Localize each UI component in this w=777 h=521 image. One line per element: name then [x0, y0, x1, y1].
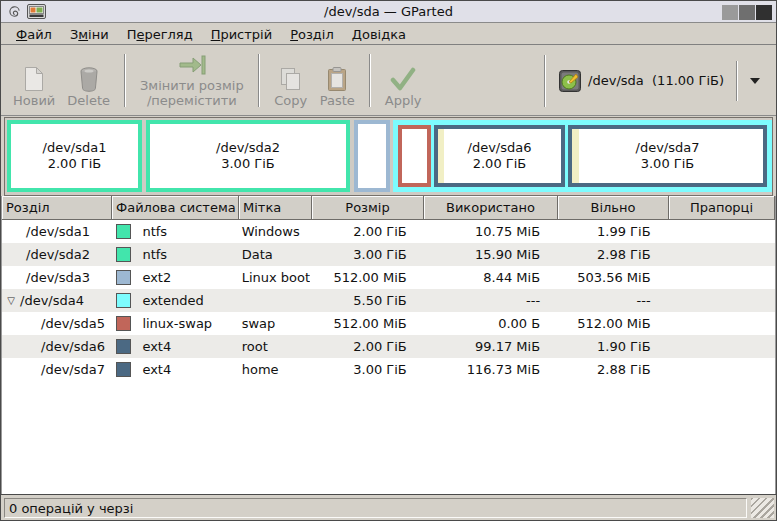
cell-label: root: [238, 335, 311, 358]
toolbar-separator: [258, 54, 260, 107]
cell-used: 0.00 Б: [422, 312, 555, 335]
cell-free: 1.90 ГіБ: [555, 335, 665, 358]
cell-size: 3.00 ГіБ: [310, 358, 421, 381]
filesystem-color-swatch: [116, 362, 131, 377]
menu-help[interactable]: Довідка: [343, 25, 415, 44]
cell-size: 5.50 ГіБ: [310, 289, 421, 312]
partition-block-label: /dev/sda12.00 ГіБ: [11, 124, 138, 188]
device-combo-value: /dev/sda (11.00 ГіБ): [588, 73, 724, 88]
cell-filesystem: ext4: [111, 335, 237, 358]
partition-block-/dev/sda2[interactable]: /dev/sda23.00 ГіБ: [146, 120, 350, 192]
filesystem-name: ntfs: [142, 247, 167, 262]
close-button[interactable]: [756, 5, 772, 20]
partition-block-label: /dev/sda73.00 ГіБ: [572, 129, 763, 183]
cell-partition: /dev/sda1: [2, 220, 111, 243]
menu-bar: Файл Зміни Перегляд Пристрій Розділ Дові…: [1, 24, 776, 45]
menu-edit[interactable]: Зміни: [61, 25, 118, 44]
cell-used: ---: [422, 289, 555, 312]
menu-partition[interactable]: Розділ: [281, 25, 343, 44]
filesystem-name: ext4: [142, 339, 171, 354]
cell-free: 1.99 ГіБ: [555, 220, 665, 243]
title-bar: /dev/sda — GParted: [1, 1, 776, 23]
gparted-window: /dev/sda — GParted Файл Зміни: [0, 0, 777, 521]
pending-operations-status: 0 операцій у черзі: [4, 498, 747, 518]
cell-used: 8.44 МіБ: [422, 266, 555, 289]
cell-filesystem: ntfs: [111, 243, 237, 266]
header-size[interactable]: Розмір: [312, 196, 424, 220]
minimize-button[interactable]: [722, 5, 738, 20]
toolbar: Новий Delete Змінити розмір/перемістити …: [1, 46, 776, 116]
menu-device[interactable]: Пристрій: [202, 25, 282, 44]
cell-partition: /dev/sda5: [2, 312, 111, 335]
resize-grip[interactable]: [751, 498, 774, 518]
new-partition-button[interactable]: Новий: [7, 46, 61, 115]
cell-free: 2.98 ГіБ: [555, 243, 665, 266]
cell-flags: [666, 312, 775, 335]
table-row-/dev/sda3[interactable]: /dev/sda3ext2Linux boot512.00 МіБ8.44 Мі…: [2, 266, 775, 289]
device-name: /dev/sda1: [2, 224, 90, 239]
cell-label: home: [238, 358, 311, 381]
header-label[interactable]: Мітка: [239, 196, 312, 220]
table-row-/dev/sda6[interactable]: /dev/sda6ext4root2.00 ГіБ99.17 МіБ1.90 Г…: [2, 335, 775, 358]
disk-visual-bar: /dev/sda12.00 ГіБ/dev/sda23.00 ГіБ/dev/s…: [4, 117, 773, 196]
partition-block-/dev/sda4[interactable]: /dev/sda62.00 ГіБ/dev/sda73.00 ГіБ: [393, 120, 772, 192]
cell-flags: [666, 266, 775, 289]
filesystem-color-swatch: [116, 316, 131, 331]
cell-flags: [666, 358, 775, 381]
cell-flags: [666, 243, 775, 266]
resize-move-button[interactable]: Змінити розмір/перемістити: [134, 46, 250, 115]
filesystem-color-swatch: [116, 247, 131, 262]
partition-block-label: /dev/sda23.00 ГіБ: [150, 124, 346, 188]
table-row-/dev/sda4[interactable]: ▽/dev/sda4extended5.50 ГіБ------: [2, 289, 775, 312]
filesystem-color-swatch: [116, 293, 131, 308]
table-row-/dev/sda5[interactable]: /dev/sda5linux-swapswap512.00 МіБ0.00 Б5…: [2, 312, 775, 335]
paste-partition-button[interactable]: Paste: [314, 46, 361, 115]
header-partition[interactable]: Розділ: [2, 196, 112, 220]
partition-block-/dev/sda3[interactable]: [354, 120, 390, 192]
hard-disk-icon: [558, 69, 582, 93]
expander-triangle-icon[interactable]: ▽: [2, 295, 20, 306]
status-bar: 0 операцій у черзі: [1, 494, 776, 520]
filesystem-name: ext2: [142, 270, 171, 285]
device-name: /dev/sda4: [20, 293, 84, 308]
partition-block-/dev/sda1[interactable]: /dev/sda12.00 ГіБ: [7, 120, 142, 192]
device-name: /dev/sda7: [2, 362, 105, 377]
table-row-/dev/sda2[interactable]: /dev/sda2ntfsData3.00 ГіБ15.90 МіБ2.98 Г…: [2, 243, 775, 266]
table-row-/dev/sda1[interactable]: /dev/sda1ntfsWindows2.00 ГіБ10.75 МіБ1.9…: [2, 220, 775, 243]
table-row-/dev/sda7[interactable]: /dev/sda7ext4home3.00 ГіБ116.73 МіБ2.88 …: [2, 358, 775, 381]
partition-table: Розділ Файлова система Мітка Розмір Вико…: [1, 196, 776, 494]
header-filesystem[interactable]: Файлова система: [112, 196, 239, 220]
header-free[interactable]: Вільно: [558, 196, 669, 220]
cell-filesystem: ext4: [111, 358, 237, 381]
new-document-icon: [22, 64, 46, 94]
copy-partition-button[interactable]: Copy: [268, 46, 314, 115]
cell-used: 116.73 МіБ: [422, 358, 555, 381]
menu-file[interactable]: Файл: [7, 25, 61, 44]
device-combo[interactable]: /dev/sda (11.00 ГіБ): [544, 46, 776, 115]
filesystem-name: extended: [142, 293, 203, 308]
maximize-button[interactable]: [739, 5, 755, 20]
partition-block-/dev/sda6[interactable]: /dev/sda62.00 ГіБ: [434, 125, 565, 187]
cell-label: Data: [238, 243, 311, 266]
device-name: /dev/sda6: [2, 339, 105, 354]
cell-label: Linux boot: [238, 266, 311, 289]
device-name: /dev/sda5: [2, 316, 105, 331]
partition-block-/dev/sda5[interactable]: [398, 125, 431, 187]
partition-block-/dev/sda7[interactable]: /dev/sda73.00 ГіБ: [568, 125, 767, 187]
chevron-down-icon: [750, 78, 760, 84]
cell-flags: [666, 335, 775, 358]
cell-flags: [666, 289, 775, 312]
cell-used: 10.75 МіБ: [422, 220, 555, 243]
apply-operations-button[interactable]: Apply: [379, 46, 428, 115]
copy-icon: [278, 64, 304, 94]
cell-partition: ▽/dev/sda4: [2, 289, 111, 312]
delete-partition-button[interactable]: Delete: [61, 46, 116, 115]
partition-block-label: /dev/sda62.00 ГіБ: [438, 129, 561, 183]
cell-partition: /dev/sda2: [2, 243, 111, 266]
header-flags[interactable]: Прапорці: [669, 196, 775, 220]
cell-free: 512.00 МіБ: [555, 312, 665, 335]
menu-view[interactable]: Перегляд: [118, 25, 202, 44]
cell-filesystem: ext2: [111, 266, 237, 289]
header-used[interactable]: Використано: [424, 196, 558, 220]
cell-filesystem: extended: [111, 289, 237, 312]
